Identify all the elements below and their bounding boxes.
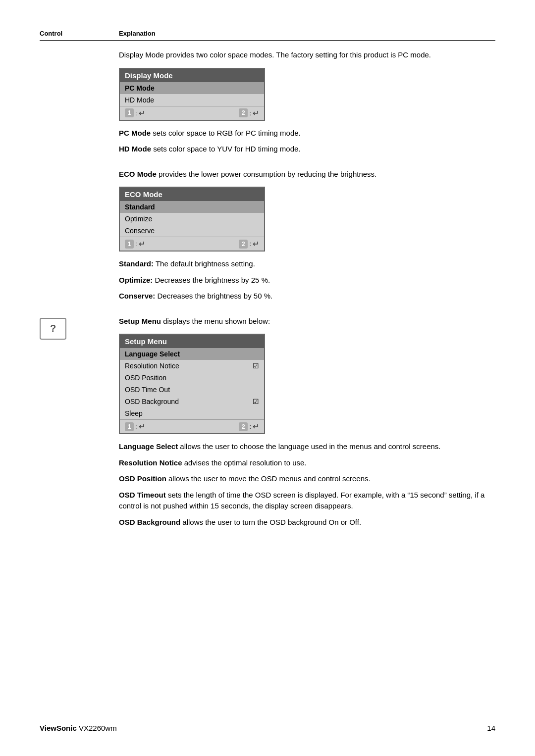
setup-menu-section: ? Setup Menu displays the menu shown bel… — [40, 316, 495, 533]
brand-name: ViewSonic — [40, 724, 77, 732]
optimize-desc: Optimize: Decreases the brightness by 25… — [119, 275, 495, 286]
setup-menu-osd-footer: 1 : ↵ 2 : ↵ — [120, 419, 264, 433]
setup-item-resolution-label: Resolution Notice — [125, 362, 179, 370]
setup-menu-icon: ? — [40, 318, 66, 340]
pc-mode-desc: PC Mode sets color space to RGB for PC t… — [119, 128, 495, 139]
num-badge-2: 2 — [239, 108, 248, 117]
osd-background-desc: OSD Background allows the user to turn t… — [119, 517, 495, 528]
eco-mode-text-col: ECO Mode provides the lower power consum… — [119, 169, 495, 307]
eco-mode-icon-col — [40, 169, 119, 307]
model-name: VX2260wm — [79, 724, 117, 732]
standard-bold: Standard: — [119, 259, 154, 268]
display-mode-item-hd: HD Mode — [120, 94, 264, 106]
footer-arrow-1: ↵ — [139, 108, 145, 118]
eco-mode-footer-right: 2 : ↵ — [239, 239, 259, 249]
display-mode-footer-left: 1 : ↵ — [125, 108, 145, 118]
lang-select-desc: Language Select allows the user to choos… — [119, 441, 495, 453]
setup-item-language: Language Select — [120, 348, 264, 360]
num-badge-setup-1: 1 — [125, 422, 134, 431]
setup-menu-icon-col: ? — [40, 316, 119, 533]
footer-colon-1: : — [135, 109, 137, 117]
page: Control Explanation Display Mode provide… — [0, 0, 535, 756]
setup-footer-colon-1: : — [135, 423, 137, 430]
osd-timeout-desc: OSD Timeout sets the length of time the … — [119, 490, 495, 512]
display-mode-item-pc: PC Mode — [120, 82, 264, 94]
setup-menu-intro-bold: Setup Menu — [119, 317, 161, 325]
setup-item-language-label: Language Select — [125, 350, 180, 358]
setup-menu-text-col: Setup Menu displays the menu shown below… — [119, 316, 495, 533]
resolution-desc: Resolution Notice advises the optimal re… — [119, 457, 495, 469]
conserve-text: Decreases the brightness by 50 %. — [155, 292, 272, 300]
pc-mode-text: sets color space to RGB for PC timing mo… — [151, 129, 301, 137]
num-badge-eco-2: 2 — [239, 240, 248, 249]
conserve-desc: Conserve: Decreases the brightness by 50… — [119, 291, 495, 302]
pc-mode-bold: PC Mode — [119, 129, 151, 137]
display-mode-section: Display Mode provides two color space mo… — [40, 50, 495, 160]
optimize-bold: Optimize: — [119, 276, 153, 284]
explanation-header: Explanation — [119, 30, 156, 37]
eco-mode-intro-text: provides the lower power consumption by … — [157, 170, 376, 178]
osd-background-text: allows the user to turn the OSD backgrou… — [180, 518, 361, 526]
eco-mode-item-conserve: Conserve — [120, 225, 264, 237]
header-row: Control Explanation — [40, 30, 495, 41]
osd-position-desc: OSD Position allows the user to move the… — [119, 473, 495, 485]
eco-footer-arrow-2: ↵ — [253, 239, 259, 249]
conserve-bold: Conserve: — [119, 292, 155, 300]
page-footer: ViewSonic VX2260wm 14 — [40, 724, 495, 732]
setup-item-osd-position: OSD Position — [120, 372, 264, 384]
setup-footer-arrow-2: ↵ — [253, 422, 259, 431]
setup-item-resolution-check: ☑ — [253, 362, 259, 370]
osd-background-bold: OSD Background — [119, 518, 180, 526]
setup-menu-osd: Setup Menu Language Select Resolution No… — [119, 334, 265, 434]
footer-colon-2: : — [249, 109, 251, 117]
setup-item-sleep: Sleep — [120, 407, 264, 419]
eco-footer-colon-1: : — [135, 240, 137, 248]
eco-mode-item-standard: Standard — [120, 201, 264, 213]
hd-mode-desc: HD Mode sets color space to YUV for HD t… — [119, 144, 495, 155]
setup-item-osd-background-check: ☑ — [253, 398, 259, 405]
standard-desc: Standard: The default brightness setting… — [119, 258, 495, 270]
footer-page-number: 14 — [487, 724, 495, 732]
eco-mode-intro: ECO Mode provides the lower power consum… — [119, 169, 495, 180]
eco-mode-osd: ECO Mode Standard Optimize Conserve 1 : … — [119, 187, 265, 252]
eco-mode-intro-bold: ECO Mode — [119, 170, 157, 178]
eco-mode-osd-title: ECO Mode — [120, 188, 264, 201]
eco-mode-osd-footer: 1 : ↵ 2 : ↵ — [120, 237, 264, 251]
setup-item-osd-background: OSD Background ☑ — [120, 396, 264, 407]
hd-mode-text: sets color space to YUV for HD timing mo… — [151, 145, 301, 153]
lang-select-text: allows the user to choose the language u… — [178, 442, 440, 451]
eco-mode-footer-left: 1 : ↵ — [125, 239, 145, 249]
setup-item-osd-background-label: OSD Background — [125, 398, 179, 405]
display-mode-footer-right: 2 : ↵ — [239, 108, 259, 118]
setup-footer-right: 2 : ↵ — [239, 422, 259, 431]
osd-position-bold: OSD Position — [119, 474, 166, 483]
optimize-text: Decreases the brightness by 25 %. — [153, 276, 270, 284]
control-header: Control — [40, 30, 119, 37]
resolution-bold: Resolution Notice — [119, 458, 182, 467]
osd-timeout-bold: OSD Timeout — [119, 491, 166, 499]
setup-menu-intro-text: displays the menu shown below: — [161, 317, 270, 325]
main-content: Display Mode provides two color space mo… — [40, 50, 495, 542]
eco-footer-colon-2: : — [249, 240, 251, 248]
setup-item-osd-timeout: OSD Time Out — [120, 384, 264, 396]
lang-select-bold: Language Select — [119, 442, 178, 451]
eco-mode-section: ECO Mode provides the lower power consum… — [40, 169, 495, 307]
eco-mode-item-optimize: Optimize — [120, 213, 264, 225]
setup-menu-intro: Setup Menu displays the menu shown below… — [119, 316, 495, 327]
display-mode-osd-footer: 1 : ↵ 2 : ↵ — [120, 106, 264, 120]
num-badge-setup-2: 2 — [239, 422, 248, 431]
standard-text: The default brightness setting. — [154, 259, 255, 268]
resolution-text: advises the optimal resolution to use. — [182, 458, 307, 467]
footer-arrow-2: ↵ — [253, 108, 259, 118]
setup-footer-arrow-1: ↵ — [139, 422, 145, 431]
setup-menu-osd-title: Setup Menu — [120, 335, 264, 348]
footer-brand: ViewSonic VX2260wm — [40, 724, 117, 732]
setup-item-resolution: Resolution Notice ☑ — [120, 360, 264, 372]
hd-mode-bold: HD Mode — [119, 145, 151, 153]
display-mode-osd-title: Display Mode — [120, 69, 264, 82]
osd-timeout-text: sets the length of time the OSD screen i… — [119, 491, 484, 510]
display-mode-icon-col — [40, 50, 119, 160]
display-mode-osd: Display Mode PC Mode HD Mode 1 : ↵ 2 : ↵ — [119, 68, 265, 121]
display-mode-intro: Display Mode provides two color space mo… — [119, 50, 495, 61]
num-badge-1: 1 — [125, 108, 134, 117]
